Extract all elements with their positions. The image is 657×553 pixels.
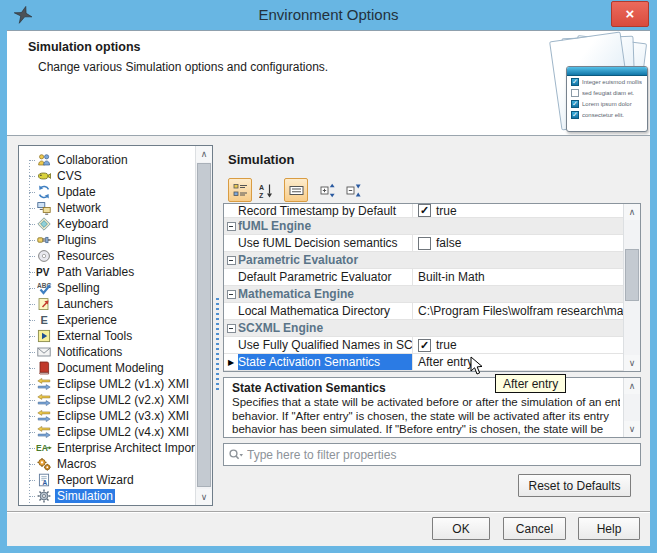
- property-group-parametric-evaluator[interactable]: Parametric Evaluator: [224, 252, 623, 269]
- property-group-mathematica-engine[interactable]: Mathematica Engine: [224, 286, 623, 303]
- property-row-use-fully-qualified-names-in-scx[interactable]: Use Fully Qualified Names in SCX...✓true: [224, 337, 623, 354]
- tree-item-label: Macros: [55, 457, 98, 471]
- properties-scrollbar-thumb[interactable]: [625, 249, 639, 301]
- description-scrollbar: ∧ ∨: [623, 378, 640, 437]
- footer-separator: [7, 511, 650, 513]
- tree-item-enterprise-architect-import[interactable]: EAEnterprise Architect Import: [21, 440, 194, 456]
- group-by-category-button[interactable]: [228, 178, 252, 202]
- tree-scrollbar-thumb[interactable]: [197, 163, 211, 487]
- description-scroll-down-icon[interactable]: ∨: [624, 421, 640, 437]
- tree-item-notifications[interactable]: Notifications: [21, 344, 194, 360]
- tree-item-keyboard[interactable]: Keyboard: [21, 216, 194, 232]
- tree-item-eclipse-uml2-v2-x-xmi[interactable]: Eclipse UML2 (v2.x) XMI: [21, 392, 194, 408]
- document-modeling-icon: [36, 361, 52, 375]
- tree-item-eclipse-uml2-v3-x-xmi[interactable]: Eclipse UML2 (v3.x) XMI: [21, 408, 194, 424]
- tree-scroll-down-icon[interactable]: ∨: [196, 489, 212, 505]
- property-value-cell[interactable]: After entry: [412, 354, 623, 370]
- checklist-row: ✓Integer euismod mollis: [567, 76, 647, 87]
- tree-item-network[interactable]: Network: [21, 200, 194, 216]
- search-icon[interactable]: [228, 448, 244, 462]
- tree-item-plugins[interactable]: Plugins: [21, 232, 194, 248]
- cancel-button[interactable]: Cancel: [503, 517, 566, 540]
- group-expander-cell[interactable]: [224, 290, 238, 299]
- group-expander-cell[interactable]: [224, 256, 238, 265]
- properties-scroll-down-icon[interactable]: ∨: [624, 355, 640, 371]
- tree-item-label: Launchers: [55, 297, 115, 311]
- close-button[interactable]: ×: [611, 1, 649, 27]
- checklist-label: consectetur elit.: [582, 112, 624, 118]
- show-description-button[interactable]: [284, 178, 308, 202]
- expand-all-button[interactable]: [316, 178, 340, 202]
- resources-icon: [36, 249, 52, 263]
- header-description: Change various Simulation options and co…: [38, 60, 328, 74]
- property-group-scxml-engine[interactable]: SCXML Engine: [224, 320, 623, 337]
- tree-item-label: Plugins: [55, 233, 98, 247]
- panel-splitter-handle[interactable]: [216, 298, 220, 392]
- description-line: Specifies that a state will be activated…: [232, 396, 620, 410]
- cvs-icon: [36, 169, 52, 183]
- tree-item-cvs[interactable]: CVS: [21, 168, 194, 184]
- eclipse-uml2-icon: [36, 393, 52, 407]
- checklist-row: ✓Lorem ipsum dolor: [567, 98, 647, 109]
- tree-item-launchers[interactable]: Launchers: [21, 296, 194, 312]
- group-expander-cell[interactable]: [224, 222, 238, 231]
- property-value-cell[interactable]: false: [412, 235, 623, 251]
- checked-checkbox[interactable]: ✓: [418, 204, 431, 217]
- collapse-group-icon[interactable]: [227, 222, 236, 231]
- unchecked-checkbox[interactable]: [418, 237, 431, 250]
- tree-item-macros[interactable]: Macros: [21, 456, 194, 472]
- properties-table: Record Timestamp by Default✓truefUML Eng…: [223, 203, 641, 372]
- tree-item-label: CVS: [55, 169, 84, 183]
- property-name: SCXML Engine: [238, 320, 623, 336]
- checked-checkbox-icon: ✓: [571, 100, 579, 108]
- property-group-fuml-engine[interactable]: fUML Engine: [224, 218, 623, 235]
- path-variables-icon: PV: [36, 265, 52, 279]
- keyboard-icon: [36, 217, 52, 231]
- property-row-local-mathematica-directory[interactable]: Local Mathematica DirectoryC:\Program Fi…: [224, 303, 623, 320]
- tree-item-collaboration[interactable]: Collaboration: [21, 152, 194, 168]
- tree-item-label: Spelling: [55, 281, 102, 295]
- tree-scroll-up-icon[interactable]: ∧: [196, 146, 212, 162]
- svg-text:A: A: [43, 479, 48, 486]
- property-row-use-fuml-decision-semantics[interactable]: Use fUML Decision semanticsfalse: [224, 235, 623, 252]
- collapse-group-icon[interactable]: [227, 290, 236, 299]
- tree-item-eclipse-uml2-v4-x-xmi[interactable]: Eclipse UML2 (v4.x) XMI: [21, 424, 194, 440]
- collapse-all-button[interactable]: [342, 178, 366, 202]
- titlebar[interactable]: Environment Options ×: [0, 0, 657, 30]
- sort-alphabetically-button[interactable]: AZ: [254, 178, 278, 202]
- ok-button[interactable]: OK: [432, 517, 490, 540]
- window-border-right: [650, 0, 657, 553]
- description-scroll-up-icon[interactable]: ∧: [624, 378, 640, 394]
- property-value-cell[interactable]: Built-in Math: [412, 269, 623, 285]
- external-tools-icon: [36, 329, 52, 343]
- property-row-default-parametric-evaluator[interactable]: Default Parametric EvaluatorBuilt-in Mat…: [224, 269, 623, 286]
- collapse-group-icon[interactable]: [227, 324, 236, 333]
- tree-item-simulation[interactable]: Simulation: [21, 488, 194, 504]
- collapse-group-icon[interactable]: [227, 256, 236, 265]
- property-value-cell[interactable]: ✓true: [412, 337, 623, 353]
- property-value-cell[interactable]: C:\Program Files\wolfram research\math: [412, 303, 623, 319]
- tree-item-experience[interactable]: EExperience: [21, 312, 194, 328]
- tree-item-eclipse-uml2-v1-x-xmi[interactable]: Eclipse UML2 (v1.x) XMI: [21, 376, 194, 392]
- properties-scroll-up-icon[interactable]: ∧: [624, 204, 640, 220]
- eclipse-uml2-icon: [36, 409, 52, 423]
- property-row-record-timestamp-by-default[interactable]: Record Timestamp by Default✓true: [224, 204, 623, 218]
- property-row-state-activation-semantics[interactable]: ▶State Activation SemanticsAfter entry: [224, 354, 623, 371]
- tree-item-label: Report Wizard: [55, 473, 136, 487]
- tree-item-path-variables[interactable]: PVPath Variables: [21, 264, 194, 280]
- filter-properties-input[interactable]: [247, 448, 636, 462]
- tree-item-report-wizard[interactable]: AReport Wizard: [21, 472, 194, 488]
- tree-item-document-modeling[interactable]: Document Modeling: [21, 360, 194, 376]
- property-value-cell[interactable]: ✓true: [412, 204, 623, 217]
- help-button[interactable]: Help: [578, 517, 640, 540]
- plugins-icon: [36, 233, 52, 247]
- tree-item-label: Eclipse UML2 (v1.x) XMI: [55, 377, 191, 391]
- checked-checkbox[interactable]: ✓: [418, 339, 431, 352]
- tree-item-external-tools[interactable]: External Tools: [21, 328, 194, 344]
- group-expander-cell[interactable]: [224, 324, 238, 333]
- tree-item-spelling[interactable]: ABCSpelling: [21, 280, 194, 296]
- tree-item-update[interactable]: Update: [21, 184, 194, 200]
- tree-item-label: Network: [55, 201, 103, 215]
- reset-to-defaults-button[interactable]: Reset to Defaults: [518, 474, 631, 497]
- tree-item-resources[interactable]: Resources: [21, 248, 194, 264]
